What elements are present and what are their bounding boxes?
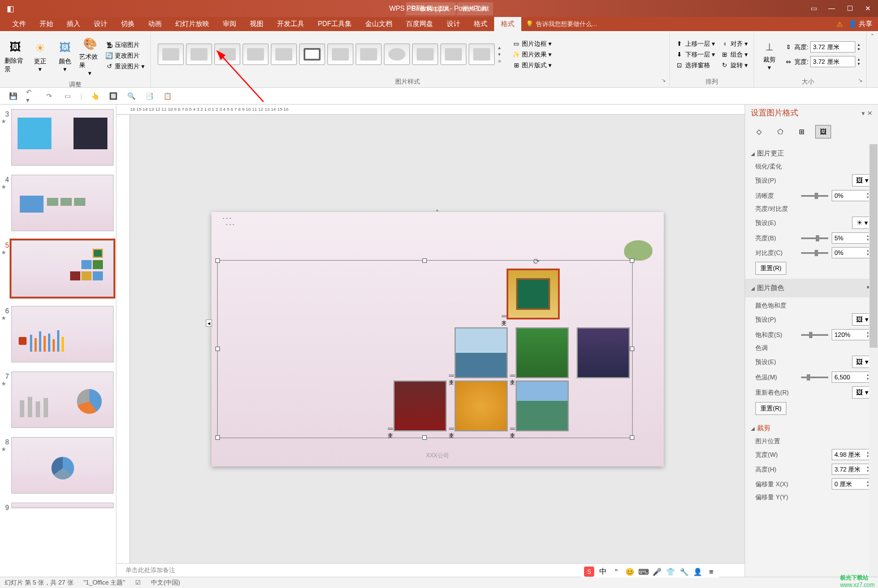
bring-forward-button[interactable]: ⬆上移一层 ▾: [673, 39, 717, 49]
sharpness-input[interactable]: 0%▲▼: [832, 190, 872, 201]
align-button[interactable]: ⫞对齐 ▾: [719, 39, 750, 49]
reset-picture-button[interactable]: ↺重设图片 ▾: [103, 62, 147, 71]
effects-tab[interactable]: ⬠: [772, 125, 788, 139]
artistic-button[interactable]: 🎨 艺术效果▾: [78, 32, 102, 79]
undo-button[interactable]: ↶ ▾: [26, 91, 36, 101]
style-thumb-12[interactable]: [469, 44, 495, 65]
sogou-icon[interactable]: S: [584, 567, 594, 577]
size-tab[interactable]: ⊞: [794, 125, 810, 139]
image-row2-1[interactable]: |文本|: [455, 327, 508, 378]
image-row2-2[interactable]: |文本|: [516, 327, 569, 378]
maximize-button[interactable]: ☐: [844, 5, 855, 12]
qat-icon-4[interactable]: 📑: [144, 91, 154, 101]
pane-scrollbar[interactable]: [869, 144, 878, 577]
ime-voice-icon[interactable]: 🎤: [652, 567, 662, 577]
sharpness-slider[interactable]: [801, 195, 828, 197]
redo-button[interactable]: ↷: [44, 91, 54, 101]
ime-emoji-icon[interactable]: 😊: [625, 567, 635, 577]
qat-icon-3[interactable]: 🔍: [126, 91, 136, 101]
picture-border-button[interactable]: ▭图片边框 ▾: [510, 39, 554, 49]
contrast-slider[interactable]: [801, 252, 828, 254]
tell-me-search[interactable]: 💡 告诉我您想要做什么...: [521, 18, 602, 31]
slide-thumb-3[interactable]: 3★: [0, 105, 116, 170]
tab-transitions[interactable]: 切换: [114, 17, 141, 31]
pane-close-button[interactable]: ✕: [867, 110, 872, 117]
close-button[interactable]: ✕: [862, 5, 873, 12]
slide-thumb-6[interactable]: 6★: [0, 301, 116, 367]
crop-height-input[interactable]: 3.72 厘米▲▼: [832, 464, 872, 475]
height-input[interactable]: [810, 41, 855, 53]
share-button[interactable]: 👤 共享: [849, 19, 872, 29]
crop-button[interactable]: ⟂ 裁剪▾: [758, 32, 781, 76]
contrast-input[interactable]: 0%▲▼: [832, 247, 872, 258]
spell-check-icon[interactable]: ☑: [135, 579, 141, 586]
pic-corrections-header[interactable]: ◢图片更正: [751, 146, 872, 161]
tab-developer[interactable]: 开发工具: [270, 17, 311, 31]
fill-line-tab[interactable]: ◇: [751, 125, 767, 139]
crop-width-input[interactable]: 4.98 厘米▲▼: [832, 449, 872, 460]
ime-cn-icon[interactable]: 中: [598, 567, 608, 577]
save-button[interactable]: 💾: [8, 91, 18, 101]
touch-mode-icon[interactable]: 👆: [90, 91, 100, 101]
tab-baidu[interactable]: 百度网盘: [399, 17, 440, 31]
rotate-handle-icon[interactable]: ⟳: [533, 257, 540, 266]
rotate-button[interactable]: ↻旋转 ▾: [719, 60, 750, 70]
ribbon-options-icon[interactable]: ▭: [808, 5, 819, 12]
ime-settings-icon[interactable]: ≡: [706, 567, 716, 577]
tab-view[interactable]: 视图: [243, 17, 270, 31]
tab-pdf[interactable]: PDF工具集: [311, 17, 358, 31]
tab-design[interactable]: 设计: [87, 17, 114, 31]
minimize-button[interactable]: —: [826, 5, 837, 12]
smartart-selection[interactable]: ⟳ |文本| |文本| |文本| |文本| |文本| |文本|: [217, 260, 633, 438]
style-thumb-4[interactable]: [243, 44, 269, 65]
image-row2-3[interactable]: [577, 327, 630, 378]
warning-icon[interactable]: ⚠: [837, 20, 843, 28]
saturation-input[interactable]: 120%▲▼: [832, 329, 872, 340]
temp-input[interactable]: 6,500▲▼: [832, 371, 872, 383]
pane-dropdown-icon[interactable]: ▾: [862, 110, 865, 117]
send-backward-button[interactable]: ⬇下移一层 ▾: [673, 50, 717, 59]
ime-punct-icon[interactable]: ": [611, 567, 621, 577]
slide-thumb-4[interactable]: 4★: [0, 170, 116, 236]
picture-tab[interactable]: 🖼: [815, 125, 831, 139]
style-thumb-10[interactable]: [412, 44, 438, 65]
image-row3-3[interactable]: |文本|: [516, 381, 569, 431]
group-button[interactable]: ⊞组合 ▾: [719, 50, 750, 59]
style-thumb-5[interactable]: [271, 44, 297, 65]
brightness-input[interactable]: 5%▲▼: [832, 232, 872, 244]
color-button[interactable]: 🖼 颜色▾: [53, 32, 77, 79]
selection-pane-button[interactable]: ⊡选择窗格: [673, 60, 717, 70]
language-status[interactable]: 中文(中国): [151, 578, 180, 587]
slide-thumb-7[interactable]: 7★: [0, 367, 116, 433]
temp-slider[interactable]: [801, 377, 828, 378]
style-thumb-7[interactable]: [327, 44, 353, 65]
tab-sa-format[interactable]: 格式: [467, 17, 494, 31]
brightness-slider[interactable]: [801, 237, 828, 239]
slide-canvas[interactable]: ˇ ˇ ˇ ˇ ˇ ˇ ◦ ◂ ⟳ |文本| |文: [130, 115, 745, 563]
qat-icon-5[interactable]: 📋: [162, 91, 172, 101]
ime-user-icon[interactable]: 👤: [693, 567, 703, 577]
style-thumb-3[interactable]: [214, 44, 240, 65]
slide-thumb-5[interactable]: 5★: [0, 236, 116, 301]
corrections-button[interactable]: ☀ 更正▾: [28, 32, 52, 79]
crop-header[interactable]: ◢裁剪: [751, 421, 872, 435]
ime-skin-icon[interactable]: 👕: [665, 567, 676, 577]
style-thumb-2[interactable]: [186, 44, 212, 65]
slide-thumbnail-panel[interactable]: 3★ 4★ 5★: [0, 105, 116, 577]
tab-animations[interactable]: 动画: [141, 17, 168, 31]
tab-home[interactable]: 开始: [33, 17, 60, 31]
reset-corrections-button[interactable]: 重置(R): [755, 262, 786, 275]
start-slideshow-button[interactable]: ▭: [62, 91, 72, 101]
change-picture-button[interactable]: 🔄更改图片: [103, 51, 147, 60]
image-row3-2[interactable]: |文本|: [455, 381, 508, 431]
gallery-up-icon[interactable]: ▴: [498, 45, 501, 50]
style-thumb-8[interactable]: [356, 44, 382, 65]
offset-x-input[interactable]: 0 厘米▲▼: [832, 478, 872, 490]
image-row1-selected[interactable]: ⟳ |文本|: [507, 269, 560, 319]
qat-icon-2[interactable]: 🔲: [108, 91, 118, 101]
picture-styles-gallery[interactable]: ▴ ▾ ≡: [154, 32, 505, 76]
reset-color-button[interactable]: 重置(R): [755, 402, 786, 415]
remove-background-button[interactable]: 🖼 删除背景: [3, 32, 27, 79]
saturation-slider[interactable]: [801, 334, 828, 336]
slide-thumb-9[interactable]: 9: [0, 498, 116, 516]
